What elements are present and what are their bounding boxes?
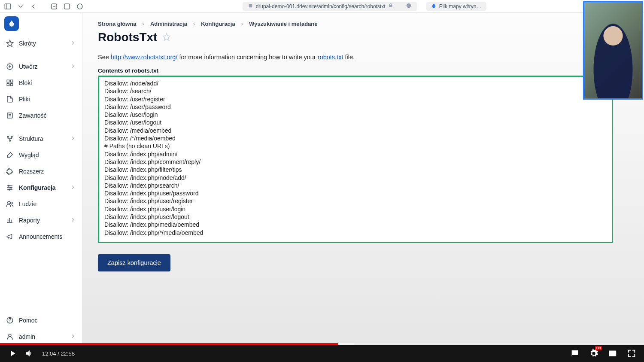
sidebar-item-label: Ludzie xyxy=(19,201,36,207)
tab-label: Plik mapy witryn… xyxy=(439,3,482,9)
sidebar-item-wygl-d[interactable]: Wygląd xyxy=(0,147,82,163)
breadcrumb: Strona główna›Administracja›Konfiguracja… xyxy=(98,21,629,27)
sidebar-item-label: Wygląd xyxy=(19,152,39,158)
reports-icon xyxy=(6,216,14,224)
sidebar: SkrótyUtwórzBlokiPlikiZawartośćStruktura… xyxy=(0,13,82,345)
sidebar-item-pliki[interactable]: Pliki xyxy=(0,91,82,107)
files-icon xyxy=(6,95,14,103)
breadcrumb-item[interactable]: Konfiguracja xyxy=(201,21,235,27)
svg-rect-11 xyxy=(7,80,9,82)
sidebar-item-utw-rz[interactable]: Utwórz xyxy=(0,58,82,75)
content-icon xyxy=(6,112,14,119)
sidebar-item-label: admin xyxy=(19,333,35,340)
svg-rect-3 xyxy=(64,4,70,9)
more-icon[interactable] xyxy=(405,2,412,10)
page-title: RobotsTxt xyxy=(98,30,629,44)
chevron-right-icon xyxy=(70,63,76,70)
tab-sitemap[interactable]: Plik mapy witryn… xyxy=(426,2,487,11)
description-text: See http://www.robotstxt.org/ for more i… xyxy=(98,54,629,61)
volume-button[interactable] xyxy=(25,349,34,358)
structure-icon xyxy=(6,135,14,143)
settings-button[interactable]: HD xyxy=(589,349,598,358)
sidebar-item-label: Skróty xyxy=(19,40,36,47)
sidebar-item-label: Raporty xyxy=(19,217,40,224)
save-button[interactable]: Zapisz konfigurację xyxy=(98,254,170,271)
play-button[interactable] xyxy=(8,349,17,358)
plus-circle-icon xyxy=(6,63,14,70)
sidebar-item-zawarto-[interactable]: Zawartość xyxy=(0,107,82,124)
svg-point-4 xyxy=(77,4,82,9)
users-icon xyxy=(6,200,14,208)
sidebar-item-konfiguracja[interactable]: Konfiguracja xyxy=(0,179,82,196)
help-icon xyxy=(6,316,14,324)
drupal-icon xyxy=(431,3,437,10)
svg-point-30 xyxy=(10,322,10,322)
chevron-right-icon xyxy=(70,333,76,341)
back-icon[interactable] xyxy=(29,2,38,11)
fullscreen-button[interactable] xyxy=(627,349,636,358)
sliders-icon xyxy=(6,184,14,192)
sidebar-item-label: Zawartość xyxy=(19,112,47,119)
lock-icon xyxy=(388,3,393,9)
chevron-right-icon xyxy=(70,217,76,224)
sidebar-item-admin[interactable]: admin xyxy=(0,329,82,345)
sidebar-item-skr-ty[interactable]: Skróty xyxy=(0,35,82,52)
svg-rect-13 xyxy=(7,84,9,86)
sidebar-item-label: Announcements xyxy=(19,233,62,240)
chevron-right-icon xyxy=(70,135,76,143)
sidebar-item-label: Pliki xyxy=(19,96,30,103)
video-controls: 12:04 / 22:58 HD xyxy=(0,345,644,362)
sidebar-item-raporty[interactable]: Raporty xyxy=(0,212,82,228)
chevron-right-icon xyxy=(70,40,76,47)
svg-point-27 xyxy=(8,201,10,204)
sidebar-item-announcements[interactable]: Announcements xyxy=(0,228,82,245)
puzzle-icon xyxy=(6,167,14,175)
megaphone-icon xyxy=(6,233,14,240)
brand-logo[interactable] xyxy=(4,16,19,31)
subtitles-button[interactable] xyxy=(570,349,580,358)
miniplayer-button[interactable] xyxy=(608,349,617,358)
svg-marker-32 xyxy=(163,33,170,41)
svg-point-28 xyxy=(11,202,13,204)
hd-badge: HD xyxy=(595,346,602,350)
robotstxt-org-link[interactable]: http://www.robotstxt.org/ xyxy=(111,54,178,61)
svg-point-19 xyxy=(11,136,12,137)
svg-point-31 xyxy=(9,334,11,337)
robots-textarea[interactable] xyxy=(98,76,613,243)
robotstxt-file-link[interactable]: robots.txt xyxy=(318,54,343,61)
chevron-down-icon[interactable] xyxy=(16,2,25,11)
sidebar-item-bloki[interactable]: Bloki xyxy=(0,75,82,91)
user-icon xyxy=(6,333,14,341)
svg-point-20 xyxy=(9,140,11,141)
breadcrumb-separator: › xyxy=(193,21,195,27)
url-bar[interactable]: drupal-demo-001.ddev.site/admin/config/s… xyxy=(243,2,417,11)
breadcrumb-item[interactable]: Wyszukiwanie i metadane xyxy=(249,21,317,27)
shield-icon xyxy=(248,3,253,10)
app-icon-2[interactable] xyxy=(63,2,71,11)
main-content: Strona główna›Administracja›Konfiguracja… xyxy=(82,13,644,345)
svg-point-18 xyxy=(7,136,9,137)
sidebar-item-ludzie[interactable]: Ludzie xyxy=(0,196,82,212)
app-icon-3[interactable] xyxy=(76,2,84,11)
sidebar-toggle-icon[interactable] xyxy=(3,2,12,11)
sidebar-item-label: Utwórz xyxy=(19,63,38,70)
svg-rect-12 xyxy=(11,80,13,82)
breadcrumb-item[interactable]: Administracja xyxy=(150,21,187,27)
svg-rect-0 xyxy=(5,4,11,9)
sidebar-item-label: Pomoc xyxy=(19,317,38,324)
sidebar-item-rozszerz[interactable]: Rozszerz xyxy=(0,163,82,179)
sidebar-item-pomoc[interactable]: Pomoc xyxy=(0,312,82,329)
sidebar-item-label: Rozszerz xyxy=(19,168,44,175)
breadcrumb-item[interactable]: Strona główna xyxy=(98,21,137,27)
sidebar-item-label: Bloki xyxy=(19,79,32,86)
svg-marker-7 xyxy=(7,40,13,47)
favorite-star-icon[interactable] xyxy=(162,30,171,44)
blocks-icon xyxy=(6,79,14,87)
app-icon-1[interactable] xyxy=(50,2,58,11)
sidebar-item-label: Konfiguracja xyxy=(19,184,56,191)
page-title-text: RobotsTxt xyxy=(98,30,157,44)
url-text: drupal-demo-001.ddev.site/admin/config/s… xyxy=(256,3,386,9)
progress-played xyxy=(0,343,338,345)
sidebar-item-struktura[interactable]: Struktura xyxy=(0,131,82,147)
progress-track[interactable] xyxy=(0,343,644,345)
